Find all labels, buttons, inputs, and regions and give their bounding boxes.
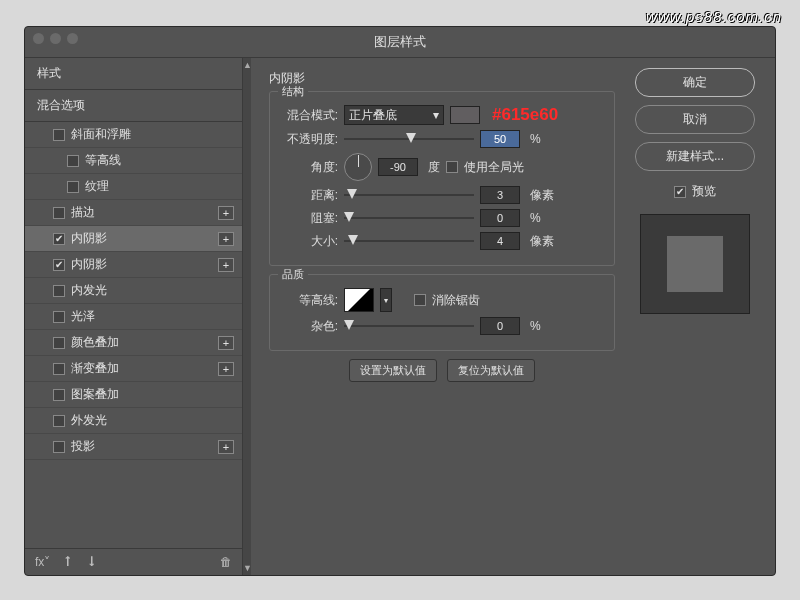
styles-sidebar: 样式 混合选项 斜面和浮雕等高线纹理描边+内阴影+内阴影+内发光光泽颜色叠加+渐… [25, 58, 243, 575]
style-label: 渐变叠加 [71, 360, 119, 377]
antialias-label: 消除锯齿 [432, 292, 480, 309]
style-label: 内阴影 [71, 256, 107, 273]
sidebar-item-12[interactable]: 投影+ [25, 434, 242, 460]
contour-dropdown[interactable]: ▾ [380, 288, 392, 312]
style-checkbox[interactable] [53, 363, 65, 375]
style-checkbox[interactable] [53, 233, 65, 245]
add-effect-icon[interactable]: + [218, 258, 234, 272]
opacity-slider[interactable] [344, 132, 474, 146]
sidebar-header-styles[interactable]: 样式 [25, 58, 242, 90]
preview-label: 预览 [692, 183, 716, 200]
size-label: 大小: [280, 233, 338, 250]
sidebar-item-8[interactable]: 颜色叠加+ [25, 330, 242, 356]
chevron-down-icon: ▾ [433, 108, 439, 122]
layer-style-dialog: 图层样式 样式 混合选项 斜面和浮雕等高线纹理描边+内阴影+内阴影+内发光光泽颜… [24, 26, 776, 576]
style-checkbox[interactable] [53, 337, 65, 349]
size-input[interactable] [480, 232, 520, 250]
cancel-button[interactable]: 取消 [635, 105, 755, 134]
sidebar-list: 斜面和浮雕等高线纹理描边+内阴影+内阴影+内发光光泽颜色叠加+渐变叠加+图案叠加… [25, 122, 242, 548]
opacity-input[interactable] [480, 130, 520, 148]
angle-input[interactable] [378, 158, 418, 176]
structure-group: 结构 混合模式: 正片叠底 ▾ #615e60 不透明度: [269, 91, 615, 266]
style-checkbox[interactable] [67, 155, 79, 167]
style-label: 斜面和浮雕 [71, 126, 131, 143]
global-light-checkbox[interactable] [446, 161, 458, 173]
choke-input[interactable] [480, 209, 520, 227]
style-checkbox[interactable] [53, 389, 65, 401]
dialog-title: 图层样式 [374, 34, 426, 49]
style-checkbox[interactable] [53, 415, 65, 427]
choke-label: 阻塞: [280, 210, 338, 227]
noise-input[interactable] [480, 317, 520, 335]
sidebar-item-11[interactable]: 外发光 [25, 408, 242, 434]
blend-mode-label: 混合模式: [280, 107, 338, 124]
style-label: 描边 [71, 204, 95, 221]
sidebar-item-7[interactable]: 光泽 [25, 304, 242, 330]
sidebar-item-6[interactable]: 内发光 [25, 278, 242, 304]
size-slider[interactable] [344, 234, 474, 248]
trash-icon[interactable]: 🗑 [220, 555, 232, 569]
preview-swatch [667, 236, 723, 292]
choke-slider[interactable] [344, 211, 474, 225]
move-up-icon[interactable]: 🠕 [62, 555, 74, 569]
reset-default-button[interactable]: 复位为默认值 [447, 359, 535, 382]
add-effect-icon[interactable]: + [218, 362, 234, 376]
opacity-label: 不透明度: [280, 131, 338, 148]
add-effect-icon[interactable]: + [218, 206, 234, 220]
style-checkbox[interactable] [67, 181, 79, 193]
style-checkbox[interactable] [53, 441, 65, 453]
style-label: 等高线 [85, 152, 121, 169]
quality-group: 品质 等高线: ▾ 消除锯齿 杂色: % [269, 274, 615, 351]
blend-mode-select[interactable]: 正片叠底 ▾ [344, 105, 444, 125]
style-checkbox[interactable] [53, 207, 65, 219]
add-effect-icon[interactable]: + [218, 440, 234, 454]
distance-label: 距离: [280, 187, 338, 204]
window-controls[interactable] [33, 33, 78, 44]
sidebar-item-4[interactable]: 内阴影+ [25, 226, 242, 252]
sidebar-item-9[interactable]: 渐变叠加+ [25, 356, 242, 382]
percent-unit3: % [530, 319, 541, 333]
ok-button[interactable]: 确定 [635, 68, 755, 97]
sidebar-item-2[interactable]: 纹理 [25, 174, 242, 200]
style-label: 光泽 [71, 308, 95, 325]
style-checkbox[interactable] [53, 259, 65, 271]
style-checkbox[interactable] [53, 311, 65, 323]
sidebar-item-0[interactable]: 斜面和浮雕 [25, 122, 242, 148]
preview-box [640, 214, 750, 314]
style-label: 投影 [71, 438, 95, 455]
sidebar-footer: fx˅ 🠕 🠗 🗑 [25, 548, 242, 575]
move-down-icon[interactable]: 🠗 [86, 555, 98, 569]
percent-unit: % [530, 132, 541, 146]
px-unit: 像素 [530, 187, 554, 204]
quality-legend: 品质 [278, 267, 308, 282]
antialias-checkbox[interactable] [414, 294, 426, 306]
sidebar-item-1[interactable]: 等高线 [25, 148, 242, 174]
style-checkbox[interactable] [53, 285, 65, 297]
style-label: 内阴影 [71, 230, 107, 247]
sidebar-item-5[interactable]: 内阴影+ [25, 252, 242, 278]
scroll-up-icon[interactable]: ▲ [243, 58, 251, 72]
sidebar-item-3[interactable]: 描边+ [25, 200, 242, 226]
distance-input[interactable] [480, 186, 520, 204]
angle-dial[interactable] [344, 153, 372, 181]
scroll-down-icon[interactable]: ▼ [243, 561, 251, 575]
color-swatch[interactable] [450, 106, 480, 124]
preview-checkbox[interactable] [674, 186, 686, 198]
style-checkbox[interactable] [53, 129, 65, 141]
style-label: 内发光 [71, 282, 107, 299]
new-style-button[interactable]: 新建样式... [635, 142, 755, 171]
sidebar-scrollbar[interactable]: ▲ ▼ [243, 58, 251, 575]
fx-icon[interactable]: fx˅ [35, 555, 50, 569]
distance-slider[interactable] [344, 188, 474, 202]
contour-swatch[interactable] [344, 288, 374, 312]
sidebar-item-10[interactable]: 图案叠加 [25, 382, 242, 408]
sidebar-header-blend[interactable]: 混合选项 [25, 90, 242, 122]
global-light-label: 使用全局光 [464, 159, 524, 176]
panel-title: 内阴影 [269, 70, 615, 87]
add-effect-icon[interactable]: + [218, 232, 234, 246]
noise-slider[interactable] [344, 319, 474, 333]
style-label: 外发光 [71, 412, 107, 429]
add-effect-icon[interactable]: + [218, 336, 234, 350]
set-default-button[interactable]: 设置为默认值 [349, 359, 437, 382]
dialog-titlebar: 图层样式 [25, 27, 775, 58]
